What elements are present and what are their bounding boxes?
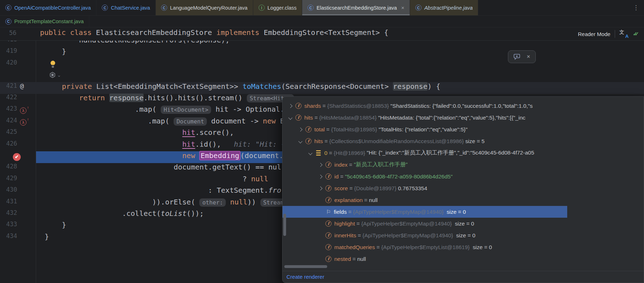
translate-icon[interactable]: 文 A: [619, 30, 629, 38]
code-token: .map(: [45, 117, 174, 125]
code-text: .collect(toList());: [45, 209, 204, 218]
code-token: return: [79, 94, 105, 102]
equals-sign: =: [375, 244, 381, 251]
code-token: null: [251, 175, 268, 183]
no-chevron: [319, 234, 322, 237]
code-token: .score(),: [195, 128, 234, 137]
variable-row-0[interactable]: 0 = {Hit@18969} "Hit: {"_index":"新员工入职工作…: [283, 147, 644, 159]
code-token: toList: [161, 209, 186, 218]
intention-bulb-icon[interactable]: [50, 60, 56, 69]
tab-languagemodelqueryrouter-java[interactable]: CLanguageModelQueryRouter.java: [156, 0, 253, 15]
line-number: 428: [1, 163, 17, 170]
code-text: handleBulkResponseErrors(response);: [45, 41, 230, 44]
tree-chevron-icon[interactable]: [308, 151, 312, 155]
variable-row-id[interactable]: fid = "5c409c45-6d08-4f72-a059-80d86b4d2…: [283, 171, 644, 182]
code-token: ElasticsearchEmbeddingStore: [96, 28, 216, 37]
debugger-variables-popup: fshards = {ShardStatistics@18853} "Shard…: [282, 96, 644, 283]
variable-row-explanation[interactable]: fexplanation = null: [283, 194, 644, 206]
line-number: 423: [1, 105, 17, 112]
line-number: 431: [1, 198, 17, 205]
create-renderer-link[interactable]: Create renderer: [286, 274, 324, 280]
code-token: new: [263, 117, 276, 125]
popup-vertical-scrollbar[interactable]: [283, 214, 286, 236]
field-icon: f: [325, 244, 331, 250]
variable-name: hits: [314, 138, 323, 145]
code-token: hit: [182, 128, 195, 137]
class-icon: C: [308, 5, 314, 11]
tree-chevron-icon[interactable]: [288, 104, 292, 108]
variable-row-hits[interactable]: fhits = {Collections$UnmodifiableRandomA…: [283, 135, 644, 147]
line-number: 424: [1, 117, 17, 124]
lambda-navigation-icon[interactable]: λ↑: [20, 119, 26, 126]
tab-abstractpipeline-java[interactable]: CAbstractPipeline.java: [410, 0, 478, 15]
ai-assistant-icon[interactable]: [514, 53, 521, 60]
variable-value: size = 0: [445, 209, 466, 215]
breakpoint-icon[interactable]: ✔: [13, 153, 21, 161]
variable-row-score[interactable]: fscore = {Double@18997} 0.76753354: [283, 182, 644, 194]
code-token: }: [45, 221, 66, 229]
field-icon: f: [325, 221, 331, 227]
reader-mode-toggle[interactable]: Reader Mode: [578, 31, 610, 37]
popup-horizontal-scrollbar[interactable]: [284, 265, 327, 268]
code-token: other:: [199, 198, 226, 207]
no-chevron: [319, 199, 322, 202]
tab-openaicompatiblecontroller-java[interactable]: COpenAiCompatibleController.java: [0, 0, 96, 15]
variable-value: size = 0: [453, 221, 474, 227]
tree-chevron-icon[interactable]: [298, 127, 302, 131]
variable-row-matchedQueries[interactable]: fmatchedQueries = {ApiTypeHelper$EmptyLi…: [283, 241, 644, 253]
inspections-ok-icon[interactable]: ✓✓: [633, 31, 639, 37]
line-number: 429: [1, 175, 17, 182]
variable-value: null: [357, 256, 366, 262]
code-token: [45, 128, 182, 137]
tab-chatservice-java[interactable]: CChatService.java: [96, 0, 156, 15]
lambda-navigation-icon[interactable]: λ↑: [20, 107, 26, 114]
variable-row-nested[interactable]: fnested = null: [283, 253, 644, 265]
variable-row-total[interactable]: ftotal = {TotalHits@18985} "TotalHits: {…: [283, 123, 644, 135]
variable-name: score: [334, 185, 348, 192]
field-icon: f: [325, 162, 331, 168]
equals-sign: =: [313, 115, 319, 121]
tab-label: ChatService.java: [111, 5, 150, 11]
equals-sign: =: [348, 162, 354, 168]
sticky-line-number: 56: [4, 29, 16, 36]
editor-tab-bar-row2: CPromptTemplateConstant.java: [0, 16, 644, 27]
tab-logger-class[interactable]: ILogger.class: [253, 0, 302, 15]
sticky-code: public class ElasticsearchEmbeddingStore…: [40, 28, 388, 37]
ai-suggestion-inlay[interactable]: ⌄: [49, 72, 61, 79]
code-token: .collect(: [45, 209, 161, 218]
variable-value: "Hit: {"_index":"新员工入职工作手册","_id":"5c409…: [367, 149, 534, 157]
tree-chevron-icon[interactable]: [318, 175, 322, 178]
variable-name: index: [334, 162, 348, 168]
code-text: hit.score(),: [45, 128, 234, 137]
variable-name: id: [334, 173, 339, 180]
variable-value: "新员工入职工作手册": [354, 161, 408, 168]
field-icon: f: [325, 256, 331, 262]
variable-row-hits[interactable]: fhits = {HitsMetadata@18854} "HitsMetada…: [283, 112, 644, 123]
tree-chevron-icon[interactable]: [288, 116, 292, 120]
variable-type-ref: {Collections$UnmodifiableRandomAccessLis…: [329, 138, 465, 145]
ai-inlay-row: ⌄: [0, 70, 644, 82]
tab-elasticsearchembeddingstore-java[interactable]: CElasticsearchEmbeddingStore.java×: [302, 0, 410, 15]
code-token: Hit<Document>: [161, 106, 211, 114]
variable-name: shards: [304, 103, 321, 109]
variable-row-index[interactable]: findex = "新员工入职工作手册": [283, 159, 644, 171]
tab-close-icon[interactable]: ×: [401, 5, 404, 11]
tab-overflow-menu-icon[interactable]: ⋮: [633, 4, 639, 11]
bookmark-at-icon[interactable]: @: [20, 82, 24, 90]
tree-chevron-icon[interactable]: [318, 186, 322, 190]
variable-row-innerHits[interactable]: finnerHits = {ApiTypeHelper$EmptyMap@149…: [283, 229, 644, 241]
code-token: Document: [174, 117, 207, 126]
class-icon: C: [5, 5, 11, 11]
tree-chevron-icon[interactable]: [298, 139, 302, 143]
variable-row-highlight[interactable]: fhighlight = {ApiTypeHelper$EmptyMap@149…: [283, 218, 644, 229]
tree-chevron-icon[interactable]: [318, 163, 322, 167]
tab-label: OpenAiCompatibleController.java: [14, 5, 91, 11]
line-number: 430: [1, 186, 17, 193]
equals-sign: =: [363, 197, 369, 203]
close-icon[interactable]: ×: [526, 53, 530, 60]
variable-row-shards[interactable]: fshards = {ShardStatistics@18853} "Shard…: [283, 100, 644, 112]
tab-prompttemplateconstant-java[interactable]: CPromptTemplateConstant.java: [0, 16, 89, 27]
code-token: public class: [40, 28, 96, 37]
line-number: 418: [1, 41, 17, 43]
variable-row-fields[interactable]: ⚐fields = {ApiTypeHelper$EmptyMap@14940}…: [283, 206, 567, 218]
